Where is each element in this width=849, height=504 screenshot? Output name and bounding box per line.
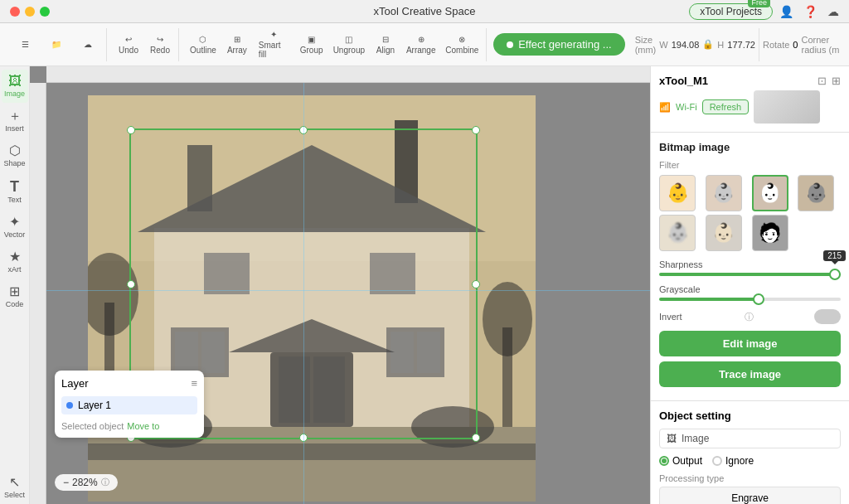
svg-rect-14 (313, 356, 345, 423)
sidebar-item-select[interactable]: ↖ Select (2, 471, 28, 504)
undo-button[interactable]: ↩ Undo (114, 32, 143, 58)
sharpness-slider-container: 215 (659, 273, 841, 276)
device-name: xTool_M1 (659, 75, 708, 87)
svg-rect-16 (370, 253, 415, 294)
smart-fill-icon: ✦ (270, 30, 277, 39)
sidebar-item-shape[interactable]: ⬡ Shape (2, 139, 28, 172)
redo-button[interactable]: ↪ Redo (145, 32, 175, 58)
group-button[interactable]: ▣ Group (296, 32, 327, 58)
image-type-icon: 🖼 (667, 433, 677, 444)
sidebar-item-code[interactable]: ⊞ Code (2, 280, 28, 313)
fullscreen-button[interactable] (40, 7, 50, 17)
filter-thumb-4[interactable]: 👶 (798, 175, 834, 211)
trace-image-button[interactable]: Trace image (659, 361, 841, 387)
align-button[interactable]: ⊟ Align (371, 32, 400, 58)
filter-face-6: 👶 (706, 216, 741, 250)
ignore-radio[interactable]: Ignore (712, 455, 754, 467)
sidebar-item-vector[interactable]: ✦ Vector (2, 211, 28, 244)
ungroup-button[interactable]: ◫ Ungroup (329, 32, 369, 58)
cloud-save-button[interactable]: ☁ (73, 36, 103, 52)
minimize-button[interactable] (25, 7, 35, 17)
wifi-row: 📶 Wi-Fi Refresh (659, 90, 841, 124)
combine-button[interactable]: ⊗ Combine (441, 32, 483, 58)
height-label: H (717, 40, 724, 50)
cloud-icon: ☁ (84, 40, 92, 49)
smart-fill-label: Smart fill (259, 41, 289, 59)
layer-menu-icon[interactable]: ≡ (191, 377, 197, 390)
toolbar-file-group: ☰ 📁 ☁ (7, 28, 107, 61)
sidebar-item-xart[interactable]: ★ xArt (2, 245, 28, 279)
device-icons: ⊡ ⊞ (817, 75, 841, 87)
close-button[interactable] (10, 7, 20, 17)
grayscale-thumb[interactable] (753, 293, 764, 305)
cloud-icon[interactable]: ☁ (827, 5, 839, 18)
effect-button[interactable]: Effect generating ... (493, 33, 625, 56)
layer-panel: Layer ≡ Layer 1 Selected object Move to (55, 371, 204, 438)
xtool-projects-badge[interactable]: xTool Projects Free (689, 3, 773, 20)
height-value[interactable]: 177.72 (727, 40, 755, 50)
menu-button[interactable]: ☰ (10, 36, 40, 52)
sidebar-code-label: Code (6, 300, 24, 308)
width-value[interactable]: 194.08 (672, 40, 700, 50)
invert-label: Invert (659, 312, 682, 322)
layer-1-item[interactable]: Layer 1 (61, 396, 197, 414)
invert-toggle[interactable] (814, 309, 841, 324)
canvas-work[interactable] (46, 83, 650, 504)
filter-thumb-6[interactable]: 👶 (706, 215, 742, 251)
help-icon[interactable]: ❓ (803, 5, 817, 18)
rotate-label: Rotate (763, 40, 789, 50)
svg-point-25 (483, 282, 532, 356)
corner-group: Corner radius (m (801, 35, 842, 55)
array-button[interactable]: ⊞ Array (222, 32, 252, 58)
folder-button[interactable]: 📁 (41, 36, 71, 52)
vector-icon: ✦ (9, 216, 20, 229)
grayscale-slider-track[interactable] (659, 298, 841, 301)
output-radio[interactable]: Output (659, 455, 702, 467)
sidebar-item-insert[interactable]: ＋ Insert (2, 104, 28, 138)
sharpness-slider-track[interactable]: 215 (659, 273, 841, 276)
ruler-vertical (30, 83, 46, 504)
canvas-area[interactable]: Layer ≡ Layer 1 Selected object Move to … (30, 66, 650, 504)
zoom-indicator[interactable]: − 282% ⓘ (55, 474, 118, 491)
rotate-value[interactable]: 0 (793, 40, 798, 50)
arrange-button[interactable]: ⊕ Arrange (402, 32, 440, 58)
processing-type-label: Processing type (659, 473, 841, 483)
move-to-link[interactable]: Move to (127, 421, 159, 431)
device-settings-icon[interactable]: ⊡ (817, 75, 827, 87)
canvas-background (46, 83, 650, 504)
layer-header: Layer ≡ (61, 377, 197, 390)
xart-icon: ★ (9, 250, 21, 264)
sidebar-item-text[interactable]: T Text (2, 174, 28, 209)
svg-rect-8 (201, 332, 225, 373)
filter-thumb-5[interactable]: 👶 (659, 215, 696, 251)
filter-thumb-3[interactable]: 👶 (752, 175, 788, 211)
ruler-horizontal (46, 66, 650, 83)
effect-label: Effect generating ... (518, 38, 612, 51)
device-copy-icon[interactable]: ⊞ (832, 75, 841, 87)
refresh-button[interactable]: Refresh (702, 99, 750, 114)
edit-image-button[interactable]: Edit image (659, 331, 841, 356)
engrave-button[interactable]: Engrave (659, 487, 841, 504)
filter-thumb-2[interactable]: 👶 (706, 175, 742, 211)
ignore-label: Ignore (725, 455, 754, 467)
smart-fill-button[interactable]: ✦ Smart fill (254, 27, 294, 62)
user-icon[interactable]: 👤 (779, 5, 793, 18)
filter-thumb-7[interactable]: 🧑 (752, 215, 788, 251)
effect-dot (507, 41, 513, 48)
filter-face-3: 👶 (754, 177, 787, 210)
combine-label: Combine (445, 46, 478, 55)
zoom-minus-icon[interactable]: − (63, 477, 69, 488)
titlebar: xTool Creative Space xTool Projects Free… (0, 0, 849, 23)
sharpness-thumb[interactable]: 215 (829, 269, 841, 280)
filter-face-7: 🧑 (753, 216, 788, 250)
sidebar-item-image[interactable]: 🖼 Image (2, 70, 28, 103)
svg-rect-11 (417, 332, 440, 373)
align-label: Align (376, 46, 395, 55)
filter-thumb-1[interactable]: 👶 (659, 175, 696, 211)
outline-button[interactable]: ⬡ Outline (186, 32, 221, 58)
toolbar-tools-group: ⬡ Outline ⊞ Array ✦ Smart fill ▣ Group ◫… (182, 28, 487, 61)
selected-object-label: Selected object (61, 421, 124, 431)
zoom-info-icon[interactable]: ⓘ (101, 477, 109, 488)
sidebar-text-label: Text (7, 196, 22, 204)
device-section: xTool_M1 ⊡ ⊞ 📶 Wi-Fi Refresh (651, 66, 849, 133)
